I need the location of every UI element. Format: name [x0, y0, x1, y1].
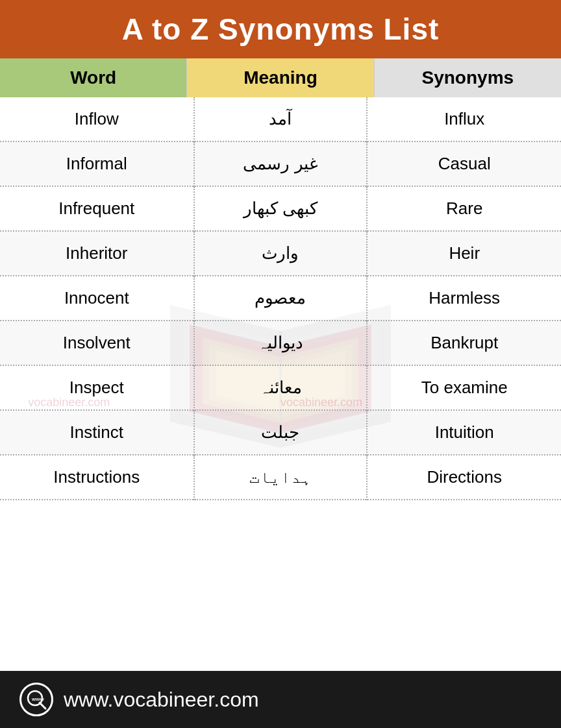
svg-line-10 — [40, 703, 45, 709]
cell-meaning: ہدایات — [194, 455, 368, 500]
table-row: Infrequentکبھی کبھارRare — [0, 186, 561, 231]
col-header-word: Word — [0, 58, 187, 97]
table-row: InstructionsہدایاتDirections — [0, 455, 561, 500]
cell-synonym: Intuition — [367, 410, 561, 455]
cell-meaning: دیوالیہ — [194, 321, 368, 365]
footer-url: www.vocabineer.com — [64, 688, 259, 712]
cell-synonym: Heir — [367, 231, 561, 276]
cell-meaning: وارث — [194, 231, 368, 276]
col-header-meaning: Meaning — [187, 58, 374, 97]
cell-meaning: غیر رسمی — [194, 141, 368, 186]
table-row: InsolventدیوالیہBankrupt — [0, 321, 561, 365]
cell-synonym: Rare — [367, 186, 561, 231]
footer-icon: www — [19, 683, 53, 716]
cell-word: Inspect — [0, 365, 194, 410]
table-row: InnocentمعصومHarmless — [0, 276, 561, 321]
cell-word: Instinct — [0, 410, 194, 455]
cell-meaning: آمد — [194, 97, 368, 141]
page-header: A to Z Synonyms List — [0, 0, 561, 58]
cell-meaning: کبھی کبھار — [194, 186, 368, 231]
cell-meaning: معصوم — [194, 276, 368, 321]
footer: www www.vocabineer.com — [0, 671, 561, 728]
svg-text:www: www — [31, 696, 44, 702]
cell-word: Inflow — [0, 97, 194, 141]
table-row: InstinctجبلتIntuition — [0, 410, 561, 455]
cell-word: Infrequent — [0, 186, 194, 231]
cell-synonym: Harmless — [367, 276, 561, 321]
table-row: InheritorوارثHeir — [0, 231, 561, 276]
cell-synonym: Directions — [367, 455, 561, 500]
cell-word: Informal — [0, 141, 194, 186]
synonyms-table: InflowآمدInfluxInformalغیر رسمیCasualInf… — [0, 97, 561, 500]
cell-synonym: Casual — [367, 141, 561, 186]
www-icon: www — [25, 688, 47, 710]
table-wrapper: vocabineer.com vocabineer.com InflowآمدI… — [0, 97, 561, 671]
cell-synonym: Influx — [367, 97, 561, 141]
cell-synonym: To examine — [367, 365, 561, 410]
table-row: InspectمعائنہTo examine — [0, 365, 561, 410]
page-title: A to Z Synonyms List — [13, 12, 548, 47]
cell-meaning: معائنہ — [194, 365, 368, 410]
cell-word: Insolvent — [0, 321, 194, 365]
cell-meaning: جبلت — [194, 410, 368, 455]
table-row: Informalغیر رسمیCasual — [0, 141, 561, 186]
cell-synonym: Bankrupt — [367, 321, 561, 365]
cell-word: Innocent — [0, 276, 194, 321]
column-headers: Word Meaning Synonyms — [0, 58, 561, 97]
col-header-synonyms: Synonyms — [375, 58, 561, 97]
table-row: InflowآمدInflux — [0, 97, 561, 141]
cell-word: Instructions — [0, 455, 194, 500]
main-container: A to Z Synonyms List Word Meaning Synony… — [0, 0, 561, 728]
cell-word: Inheritor — [0, 231, 194, 276]
